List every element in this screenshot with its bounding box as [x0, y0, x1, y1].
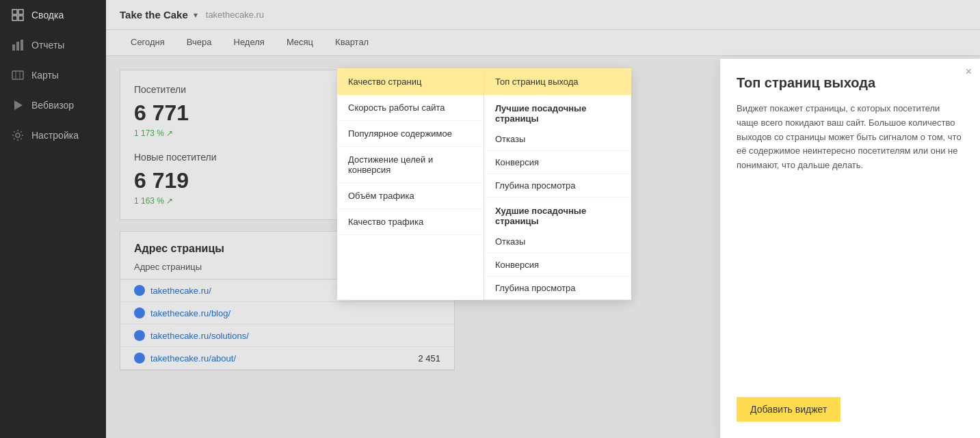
menu-right-panel: Топ страниц выхода Лучшие посадочные стр… — [484, 68, 631, 300]
menu-group-title-1: Худшие посадочные страницы — [484, 197, 631, 230]
menu-item-2[interactable]: Достижение целей и конверсия — [337, 147, 484, 183]
menu-group-title-0: Лучшие посадочные страницы — [484, 95, 631, 128]
info-panel: × Топ страниц выхода Виджет покажет стра… — [720, 59, 980, 438]
menu-item-1[interactable]: Популярное содержимое — [337, 121, 484, 147]
menu-sub-item-1-2[interactable]: Глубина просмотра — [484, 277, 631, 300]
dropdown-menu: Качество страниц Скорость работы сайта П… — [337, 68, 631, 300]
info-panel-title: Топ страниц выхода — [737, 75, 964, 91]
menu-sub-item-1-0[interactable]: Отказы — [484, 230, 631, 254]
menu-sub-item-0-0[interactable]: Отказы — [484, 128, 631, 151]
menu-sub-item-0-1[interactable]: Конверсия — [484, 151, 631, 174]
info-panel-footer: Добавить виджет — [737, 381, 964, 422]
menu-item-4[interactable]: Качество трафика — [337, 209, 484, 235]
menu-sub-item-1-1[interactable]: Конверсия — [484, 254, 631, 277]
menu-left-panel: Качество страниц Скорость работы сайта П… — [337, 68, 484, 300]
overlay: Качество страниц Скорость работы сайта П… — [0, 0, 980, 438]
add-widget-button[interactable]: Добавить виджет — [737, 397, 840, 422]
menu-item-0[interactable]: Скорость работы сайта — [337, 95, 484, 121]
menu-sub-item-0-2[interactable]: Глубина просмотра — [484, 174, 631, 197]
menu-right-header[interactable]: Топ страниц выхода — [484, 68, 631, 95]
info-panel-description: Виджет покажет страницы, с которых посет… — [737, 102, 964, 173]
menu-item-3[interactable]: Объём трафика — [337, 183, 484, 209]
menu-left-header[interactable]: Качество страниц — [337, 68, 484, 95]
close-icon[interactable]: × — [966, 66, 972, 78]
